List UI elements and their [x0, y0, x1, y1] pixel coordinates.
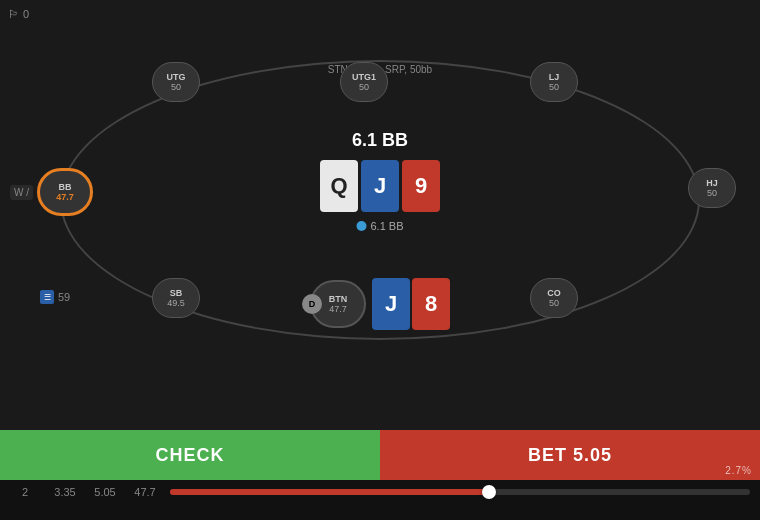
slider-area: 2 3.35 5.05 47.7 — [0, 480, 760, 504]
player-utg: UTG 50 — [152, 62, 200, 102]
player-bb-circle: BB 47.7 — [37, 168, 93, 216]
player-hj: HJ 50 — [688, 168, 736, 208]
slider-val-3: 5.05 — [90, 486, 120, 498]
player-bb-stack: 47.7 — [56, 192, 74, 202]
player-utg1-stack: 50 — [359, 82, 369, 92]
player-co-name: CO — [547, 288, 561, 298]
player-lj-name: LJ — [549, 72, 560, 82]
player-utg1-name: UTG1 — [352, 72, 376, 82]
player-co: CO 50 — [530, 278, 578, 318]
counter-icon: ☰ — [40, 290, 54, 304]
player-sb-stack: 49.5 — [167, 298, 185, 308]
slider-fill — [170, 489, 489, 495]
hero-card-8: 8 — [412, 278, 450, 330]
player-bb-name: BB — [59, 182, 72, 192]
community-card-q: Q — [320, 160, 358, 212]
player-lj-circle: LJ 50 — [530, 62, 578, 102]
dealer-button: D — [302, 294, 322, 314]
player-utg-name: UTG — [167, 72, 186, 82]
player-btn-name: BTN — [329, 294, 348, 304]
player-sb-name: SB — [170, 288, 183, 298]
slider-val-2: 3.35 — [50, 486, 80, 498]
hero-card-j: J — [372, 278, 410, 330]
chip-amount: 6.1 BB — [370, 220, 403, 232]
community-card-9: 9 — [402, 160, 440, 212]
slider-thumb[interactable] — [482, 485, 496, 499]
hero-hand: J 8 — [372, 278, 450, 330]
player-btn-area: D BTN 47.7 J 8 — [310, 278, 450, 330]
player-btn-stack: 47.7 — [329, 304, 347, 314]
player-utg1: UTG1 50 — [340, 62, 388, 102]
check-button[interactable]: CHECK 24.3% — [0, 430, 380, 480]
player-sb: SB 49.5 — [152, 278, 200, 318]
community-card-j: J — [361, 160, 399, 212]
player-utg-stack: 50 — [171, 82, 181, 92]
player-hj-circle: HJ 50 — [688, 168, 736, 208]
bet-label: BET 5.05 — [528, 445, 612, 465]
player-utg-circle: UTG 50 — [152, 62, 200, 102]
side-counter: ☰ 59 — [40, 290, 70, 304]
player-co-circle: CO 50 — [530, 278, 578, 318]
slider-val-4: 47.7 — [130, 486, 160, 498]
player-sb-circle: SB 49.5 — [152, 278, 200, 318]
player-hj-stack: 50 — [707, 188, 717, 198]
slider-val-1: 2 — [10, 486, 40, 498]
bet-pct: 2.7% — [725, 465, 752, 476]
player-lj-stack: 50 — [549, 82, 559, 92]
action-buttons: CHECK 24.3% BET 5.05 2.7% — [0, 430, 760, 480]
player-utg1-circle: UTG1 50 — [340, 62, 388, 102]
community-cards: Q J 9 — [320, 160, 440, 212]
chip-dot — [356, 221, 366, 231]
player-bb-area: W / BB 47.7 — [10, 168, 93, 216]
pot-amount: 6.1 BB — [352, 130, 408, 151]
check-label: CHECK — [155, 445, 224, 465]
counter-value: 59 — [58, 291, 70, 303]
table-area: STN vs. BB, SRP, 50bb 6.1 BB Q J 9 6.1 B… — [0, 0, 760, 430]
player-co-stack: 50 — [549, 298, 559, 308]
pot-info: 6.1 BB — [352, 130, 408, 157]
bet-button[interactable]: BET 5.05 2.7% — [380, 430, 760, 480]
player-w-label: W / — [10, 185, 33, 200]
player-lj: LJ 50 — [530, 62, 578, 102]
slider-track[interactable] — [170, 489, 750, 495]
chip-row: 6.1 BB — [356, 220, 403, 232]
action-bar: CHECK 24.3% BET 5.05 2.7% 2 3.35 5.05 47… — [0, 430, 760, 520]
player-hj-name: HJ — [706, 178, 718, 188]
player-btn-wrapper: D BTN 47.7 — [310, 280, 366, 328]
